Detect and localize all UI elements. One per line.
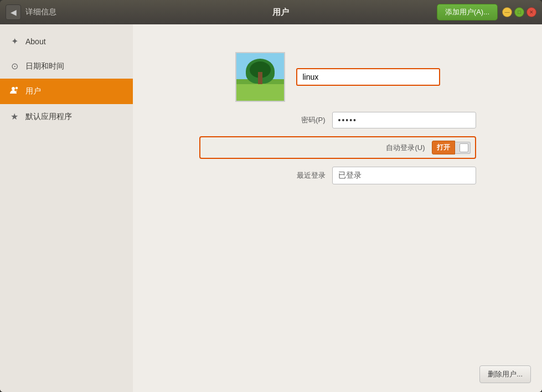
window-controls: — □ ✕ xyxy=(502,7,536,17)
password-label: 密码(P) xyxy=(276,115,326,125)
password-row: 密码(P) ••••• xyxy=(199,112,476,128)
sidebar: ✦ About ⊙ 日期和时间 用户 ★ xyxy=(0,24,133,392)
username-input[interactable] xyxy=(296,68,440,86)
sidebar-item-users-label: 用户 xyxy=(25,86,41,96)
back-button[interactable]: ◀ xyxy=(6,4,21,20)
add-user-button[interactable]: 添加用户(A)... xyxy=(437,4,498,20)
avatar-image xyxy=(236,53,284,101)
sidebar-item-datetime[interactable]: ⊙ 日期和时间 xyxy=(0,54,133,79)
toggle-handle[interactable] xyxy=(455,142,471,154)
maximize-button[interactable]: □ xyxy=(514,7,524,17)
sidebar-item-about[interactable]: ✦ About xyxy=(0,29,133,54)
bottom-bar: 删除用户... xyxy=(479,365,531,383)
svg-point-0 xyxy=(12,87,15,90)
titlebar: ◀ 详细信息 用户 添加用户(A)... — □ ✕ xyxy=(0,0,542,24)
svg-point-1 xyxy=(16,87,18,89)
main-window: ◀ 详细信息 用户 添加用户(A)... — □ ✕ ✦ About ⊙ xyxy=(0,0,542,392)
last-login-value: 已登录 xyxy=(332,167,476,184)
user-form: 密码(P) ••••• 自动登录(U) 打开 xyxy=(155,41,520,192)
autologin-row: 自动登录(U) 打开 xyxy=(199,136,476,159)
delete-user-button[interactable]: 删除用户... xyxy=(479,365,531,383)
tree-trunk xyxy=(258,72,262,84)
sidebar-item-datetime-label: 日期和时间 xyxy=(25,61,64,71)
password-input[interactable]: ••••• xyxy=(332,112,476,128)
sidebar-item-about-label: About xyxy=(25,37,46,46)
toggle-thumb xyxy=(460,143,468,152)
datetime-icon: ⊙ xyxy=(9,61,20,71)
sidebar-item-default-apps-label: 默认应用程序 xyxy=(25,112,72,122)
main-content: ✦ About ⊙ 日期和时间 用户 ★ xyxy=(0,24,542,392)
sidebar-item-users[interactable]: 用户 xyxy=(0,79,133,104)
autologin-toggle[interactable]: 打开 xyxy=(432,141,471,154)
autologin-label: 自动登录(U) xyxy=(375,143,425,153)
sidebar-item-default-apps[interactable]: ★ 默认应用程序 xyxy=(0,104,133,129)
close-button[interactable]: ✕ xyxy=(526,7,536,17)
content-area: 密码(P) ••••• 自动登录(U) 打开 xyxy=(133,24,542,392)
toggle-on-label: 打开 xyxy=(432,141,455,154)
window-title: 用户 xyxy=(125,7,437,18)
about-icon: ✦ xyxy=(9,36,20,47)
default-apps-icon: ★ xyxy=(9,111,20,122)
users-icon xyxy=(9,86,20,97)
minimize-button[interactable]: — xyxy=(502,7,512,17)
section-title: 详细信息 xyxy=(25,7,125,17)
last-login-label: 最近登录 xyxy=(276,171,326,180)
user-profile-row xyxy=(235,52,440,102)
user-avatar[interactable] xyxy=(235,52,285,102)
last-login-row: 最近登录 已登录 xyxy=(199,167,476,184)
